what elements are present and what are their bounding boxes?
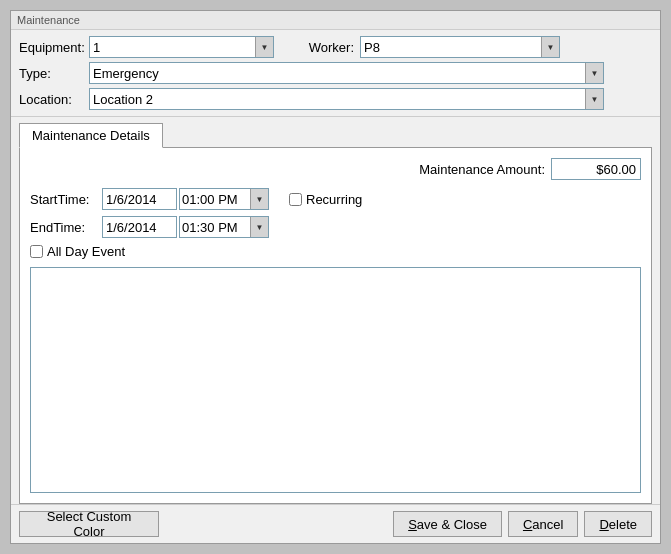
type-row: Type: ▼ [19, 62, 652, 84]
endtime-row: EndTime: ▼ [30, 216, 641, 238]
worker-section: Worker: ▼ [294, 36, 560, 58]
recurring-checkbox[interactable] [289, 193, 302, 206]
equipment-input[interactable] [89, 36, 274, 58]
dialog-title: Maintenance [11, 11, 660, 30]
footer: Select Custom Color Save & Close Cancel … [11, 504, 660, 543]
starttime-time-input[interactable] [179, 188, 269, 210]
endtime-date-input[interactable] [102, 216, 177, 238]
tab-container: Maintenance Details Maintenance Amount: … [19, 123, 652, 504]
worker-input[interactable] [360, 36, 560, 58]
delete-button[interactable]: Delete [584, 511, 652, 537]
form-section: Equipment: ▼ Worker: ▼ Type: ▼ Location: [11, 30, 660, 117]
worker-label: Worker: [294, 40, 354, 55]
tab-bar: Maintenance Details [19, 123, 652, 147]
type-dropdown-wrapper: ▼ [89, 62, 604, 84]
type-label: Type: [19, 66, 89, 81]
allday-label: All Day Event [47, 244, 125, 259]
notes-textarea[interactable] [30, 267, 641, 493]
endtime-time-input[interactable] [179, 216, 269, 238]
maintenance-dialog: Maintenance Equipment: ▼ Worker: ▼ Type:… [10, 10, 661, 544]
starttime-time-wrapper: ▼ [179, 188, 269, 210]
cancel-button[interactable]: Cancel [508, 511, 578, 537]
maintenance-amount-row: Maintenance Amount: [30, 158, 641, 180]
starttime-label: StartTime: [30, 192, 102, 207]
equipment-row: Equipment: ▼ Worker: ▼ [19, 36, 652, 58]
location-row: Location: ▼ [19, 88, 652, 110]
equipment-label: Equipment: [19, 40, 89, 55]
location-label: Location: [19, 92, 89, 107]
endtime-time-wrapper: ▼ [179, 216, 269, 238]
custom-color-button[interactable]: Select Custom Color [19, 511, 159, 537]
delete-label: Delete [599, 517, 637, 532]
save-close-button[interactable]: Save & Close [393, 511, 502, 537]
tab-content: Maintenance Amount: StartTime: ▼ Recurri… [19, 147, 652, 504]
footer-left: Select Custom Color [19, 511, 159, 537]
footer-right: Save & Close Cancel Delete [393, 511, 652, 537]
location-input[interactable] [89, 88, 604, 110]
save-close-label: Save & Close [408, 517, 487, 532]
equipment-dropdown-wrapper: ▼ [89, 36, 274, 58]
cancel-label: Cancel [523, 517, 563, 532]
starttime-date-input[interactable] [102, 188, 177, 210]
tab-maintenance-details[interactable]: Maintenance Details [19, 123, 163, 148]
maintenance-amount-label: Maintenance Amount: [419, 162, 545, 177]
allday-checkbox[interactable] [30, 245, 43, 258]
maintenance-amount-input[interactable] [551, 158, 641, 180]
worker-dropdown-wrapper: ▼ [360, 36, 560, 58]
starttime-row: StartTime: ▼ Recurring [30, 188, 641, 210]
recurring-label: Recurring [306, 192, 362, 207]
allday-row: All Day Event [30, 244, 641, 259]
endtime-label: EndTime: [30, 220, 102, 235]
location-dropdown-wrapper: ▼ [89, 88, 604, 110]
type-input[interactable] [89, 62, 604, 84]
recurring-wrapper: Recurring [289, 192, 362, 207]
